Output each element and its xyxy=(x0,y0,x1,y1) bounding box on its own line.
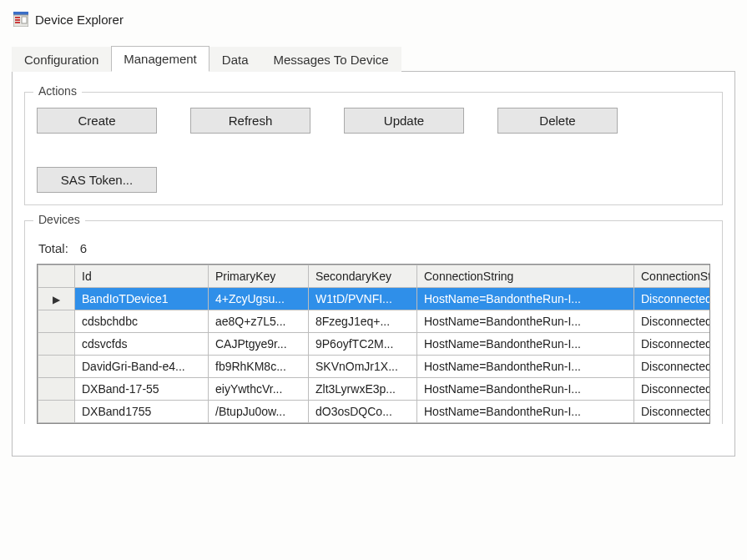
cell-secondarykey[interactable]: 8FzegJ1eq+... xyxy=(309,310,417,333)
sas-token-button[interactable]: SAS Token... xyxy=(37,167,157,193)
refresh-button[interactable]: Refresh xyxy=(190,108,310,134)
delete-button[interactable]: Delete xyxy=(497,108,618,134)
row-indicator: ▶ xyxy=(38,288,75,310)
table-row[interactable]: cdsbchdbcae8Q+z7L5...8FzegJ1eq+...HostNa… xyxy=(38,310,711,333)
col-id[interactable]: Id xyxy=(75,265,209,288)
cell-secondarykey[interactable]: 9P6oyfTC2M... xyxy=(309,333,417,356)
cell-secondarykey[interactable]: dO3osDQCo... xyxy=(309,401,417,423)
row-indicator xyxy=(38,401,75,423)
devices-grid[interactable]: Id PrimaryKey SecondaryKey ConnectionStr… xyxy=(37,264,710,424)
svg-rect-4 xyxy=(15,22,20,23)
devices-legend: Devices xyxy=(33,213,85,226)
window-title: Device Explorer xyxy=(35,13,124,27)
actions-row: Create Refresh Update Delete SAS Token..… xyxy=(37,108,710,193)
svg-rect-2 xyxy=(15,17,20,18)
svg-rect-3 xyxy=(15,19,20,21)
svg-rect-5 xyxy=(22,17,27,23)
cell-id[interactable]: cdsvcfds xyxy=(75,333,209,356)
cell-secondarykey[interactable]: Zlt3LyrwxE3p... xyxy=(309,378,417,401)
cell-id[interactable]: BandIoTDevice1 xyxy=(75,288,209,310)
devices-total-value: 6 xyxy=(80,241,87,255)
titlebar: Device Explorer xyxy=(12,8,735,38)
grid-header-row[interactable]: Id PrimaryKey SecondaryKey ConnectionStr… xyxy=(38,265,711,288)
table-row[interactable]: DXBand-17-55eiyYwthcVr...Zlt3LyrwxE3p...… xyxy=(38,378,711,401)
row-indicator xyxy=(38,333,75,356)
tab-configuration[interactable]: Configuration xyxy=(12,47,111,72)
cell-connectionstate[interactable]: Disconnected xyxy=(634,333,711,356)
col-primarykey[interactable]: PrimaryKey xyxy=(209,265,309,288)
col-connectionstring[interactable]: ConnectionString xyxy=(417,265,634,288)
cell-connectionstate[interactable]: Disconnected xyxy=(634,378,711,401)
cell-connectionstring[interactable]: HostName=BandontheRun-I... xyxy=(417,378,634,401)
cell-primarykey[interactable]: fb9RhKM8c... xyxy=(209,356,309,378)
cell-connectionstate[interactable]: Disconnected xyxy=(634,356,711,378)
cell-connectionstate[interactable]: Disconnected xyxy=(634,310,711,333)
current-row-icon: ▶ xyxy=(53,294,60,305)
cell-id[interactable]: DXBand-17-55 xyxy=(75,378,209,401)
cell-connectionstring[interactable]: HostName=BandontheRun-I... xyxy=(417,310,634,333)
col-secondarykey[interactable]: SecondaryKey xyxy=(309,265,417,288)
tab-data[interactable]: Data xyxy=(209,47,261,72)
row-indicator xyxy=(38,356,75,378)
actions-group: Actions Create Refresh Update Delete SAS… xyxy=(24,92,723,205)
cell-connectionstring[interactable]: HostName=BandontheRun-I... xyxy=(417,333,634,356)
row-indicator xyxy=(38,310,75,333)
cell-secondarykey[interactable]: W1tD/PVNFI... xyxy=(309,288,417,310)
cell-primarykey[interactable]: /BtupJu0ow... xyxy=(209,401,309,423)
table-row[interactable]: DavidGri-Band-e4...fb9RhKM8c...SKVnOmJr1… xyxy=(38,356,711,378)
window: Device Explorer Configuration Management… xyxy=(0,0,747,465)
cell-connectionstate[interactable]: Disconnected xyxy=(634,401,711,423)
tab-content: Actions Create Refresh Update Delete SAS… xyxy=(12,72,735,457)
cell-id[interactable]: DXBand1755 xyxy=(75,401,209,423)
col-connectionstate[interactable]: ConnectionStat xyxy=(634,265,711,288)
devices-total: Total:6 xyxy=(38,241,710,255)
cell-primarykey[interactable]: eiyYwthcVr... xyxy=(209,378,309,401)
cell-id[interactable]: cdsbchdbc xyxy=(75,310,209,333)
cell-secondarykey[interactable]: SKVnOmJr1X... xyxy=(309,356,417,378)
cell-primarykey[interactable]: CAJPtgye9r... xyxy=(209,333,309,356)
svg-rect-0 xyxy=(13,12,28,15)
cell-connectionstring[interactable]: HostName=BandontheRun-I... xyxy=(417,356,634,378)
create-button[interactable]: Create xyxy=(37,108,157,134)
row-indicator xyxy=(38,378,75,401)
cell-primarykey[interactable]: 4+ZcyUgsu... xyxy=(209,288,309,310)
tabstrip: Configuration Management Data Messages T… xyxy=(12,45,735,72)
table-row[interactable]: ▶BandIoTDevice14+ZcyUgsu...W1tD/PVNFI...… xyxy=(38,288,711,310)
tab-messages[interactable]: Messages To Device xyxy=(260,47,401,72)
devices-total-label: Total: xyxy=(38,241,68,255)
cell-id[interactable]: DavidGri-Band-e4... xyxy=(75,356,209,378)
cell-connectionstring[interactable]: HostName=BandontheRun-I... xyxy=(417,401,634,423)
actions-legend: Actions xyxy=(33,84,82,98)
update-button[interactable]: Update xyxy=(344,108,464,134)
cell-connectionstate[interactable]: Disconnected xyxy=(634,288,711,310)
table-row[interactable]: cdsvcfdsCAJPtgye9r...9P6oyfTC2M...HostNa… xyxy=(38,333,711,356)
cell-primarykey[interactable]: ae8Q+z7L5... xyxy=(209,310,309,333)
app-icon xyxy=(13,12,28,27)
tab-management[interactable]: Management xyxy=(111,46,209,72)
row-header-blank xyxy=(38,265,75,288)
table-row[interactable]: DXBand1755/BtupJu0ow...dO3osDQCo...HostN… xyxy=(38,401,711,423)
devices-group: Devices Total:6 Id PrimaryKey SecondaryK… xyxy=(24,220,723,424)
cell-connectionstring[interactable]: HostName=BandontheRun-I... xyxy=(417,288,634,310)
